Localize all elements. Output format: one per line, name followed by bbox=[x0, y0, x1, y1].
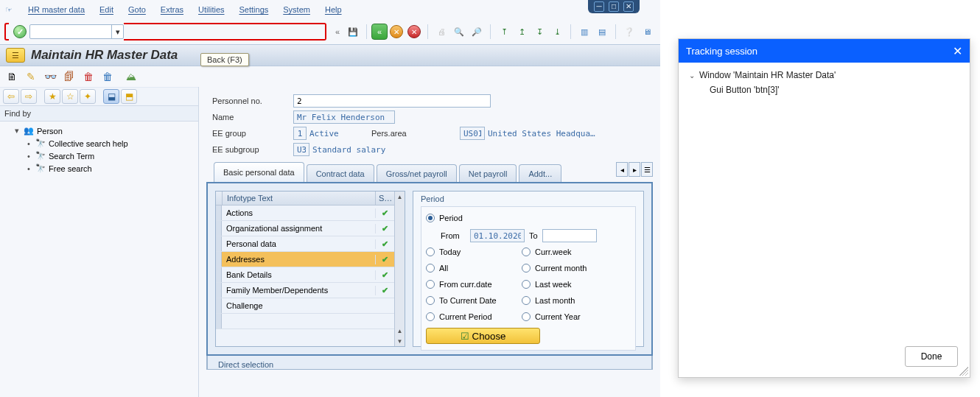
tracking-close-icon[interactable]: ✕ bbox=[953, 44, 962, 58]
tab-scroll-left[interactable]: ◂ bbox=[616, 162, 628, 177]
close-button[interactable]: ✕ bbox=[623, 1, 634, 12]
radio-currweek-row[interactable]: Curr.week bbox=[522, 244, 631, 260]
new-session-button[interactable]: ▥ bbox=[576, 24, 592, 40]
tree-fav2-icon[interactable]: ☆ bbox=[62, 89, 78, 104]
tree-collective-search[interactable]: •🔭Collective search help bbox=[25, 137, 197, 150]
radio-lastweek-row[interactable]: Last week bbox=[522, 276, 631, 292]
scroll-up-icon[interactable]: ▲ bbox=[396, 192, 405, 202]
radio-lastmonth-row[interactable]: Last month bbox=[522, 292, 631, 309]
scroll-down-icon[interactable]: ▼ bbox=[396, 336, 405, 346]
tab-contract-data[interactable]: Contract data bbox=[307, 164, 374, 182]
tab-list[interactable]: ☰ bbox=[641, 162, 653, 177]
tab-basic-personal[interactable]: Basic personal data bbox=[214, 162, 304, 182]
back-button[interactable]: « bbox=[371, 24, 388, 40]
radio-all-row[interactable]: All bbox=[426, 260, 522, 276]
shortcut-button[interactable]: ▤ bbox=[594, 24, 610, 40]
scroll-up2-icon[interactable]: ▲ bbox=[396, 326, 405, 336]
infotype-row[interactable]: Addresses✔ bbox=[216, 252, 394, 267]
copy-icon[interactable]: 🗐 bbox=[62, 69, 77, 84]
infotype-scrollbar[interactable]: ▲ ▲ ▼ bbox=[394, 192, 405, 346]
overview-icon[interactable]: ⛰ bbox=[124, 69, 139, 84]
ee-subgroup-label: EE subgroup bbox=[212, 145, 293, 154]
app-icon[interactable]: ☞ bbox=[1, 2, 16, 17]
infotype-row[interactable]: Actions✔ bbox=[216, 205, 394, 221]
toolbar-chevron-left[interactable]: « bbox=[331, 27, 344, 36]
maximize-button[interactable]: □ bbox=[609, 1, 619, 12]
tree-fav-icon[interactable]: ★ bbox=[44, 89, 60, 104]
radio-currperiod-row[interactable]: Current Period bbox=[426, 309, 522, 325]
infotype-row[interactable]: Family Member/Dependents✔ bbox=[216, 283, 394, 298]
infotype-row[interactable]: Challenge bbox=[216, 298, 394, 314]
tree-fav3-icon[interactable]: ✦ bbox=[80, 89, 96, 104]
command-field-dropdown[interactable]: ▾ bbox=[111, 24, 123, 39]
infotype-row[interactable]: Organizational assignment✔ bbox=[216, 221, 394, 236]
tree-collapse-icon[interactable]: ⬒ bbox=[121, 89, 137, 104]
resize-handle[interactable] bbox=[959, 367, 968, 376]
menu-hr-master-data[interactable]: HR master data bbox=[21, 4, 92, 15]
tree-person[interactable]: ▾👥 Person bbox=[13, 124, 197, 137]
menu-utilities[interactable]: Utilities bbox=[191, 4, 231, 15]
pers-area-code bbox=[460, 127, 485, 140]
done-button[interactable]: Done bbox=[905, 346, 958, 367]
minimize-button[interactable]: ─ bbox=[594, 1, 604, 12]
radio-period[interactable] bbox=[426, 214, 435, 222]
layout-button[interactable]: 🖥 bbox=[639, 24, 655, 40]
infotype-head-text[interactable]: Infotype Text bbox=[222, 192, 375, 205]
from-input[interactable] bbox=[470, 229, 525, 242]
to-input[interactable] bbox=[542, 229, 597, 242]
radio-fromcurr-row[interactable]: From curr.date bbox=[426, 276, 522, 292]
menu-help[interactable]: Help bbox=[318, 4, 349, 15]
tree-next-icon[interactable]: ⇨ bbox=[21, 89, 37, 104]
next-page-button[interactable]: ↧ bbox=[531, 24, 547, 40]
last-page-button[interactable]: ⤓ bbox=[549, 24, 565, 40]
menu-system[interactable]: System bbox=[276, 4, 318, 15]
delete-icon[interactable]: 🗑 bbox=[100, 69, 115, 84]
chevron-down-icon[interactable]: ⌄ bbox=[689, 71, 695, 80]
menu-settings[interactable]: Settings bbox=[232, 4, 276, 15]
period-radio-period[interactable]: Period bbox=[426, 210, 631, 226]
choose-button[interactable]: ☑ Choose bbox=[426, 328, 540, 344]
infotype-header: Infotype Text S… bbox=[216, 192, 394, 205]
command-field[interactable]: ▾ bbox=[29, 24, 124, 39]
radio-currmonth-row[interactable]: Current month bbox=[522, 260, 631, 276]
radio-tocurr-row[interactable]: To Current Date bbox=[426, 292, 522, 309]
find-button[interactable]: 🔍 bbox=[451, 24, 467, 40]
display-icon[interactable]: 👓 bbox=[43, 69, 57, 84]
tab-gross-net[interactable]: Gross/net payroll bbox=[377, 164, 457, 182]
menu-extras[interactable]: Extras bbox=[153, 4, 191, 15]
infotype-row[interactable]: Bank Details✔ bbox=[216, 267, 394, 283]
tree-expand-icon[interactable]: ⬓ bbox=[103, 89, 119, 104]
save-button[interactable]: 💾 bbox=[345, 24, 361, 40]
change-icon[interactable]: ✎ bbox=[24, 69, 38, 84]
radio-today-row[interactable]: Today bbox=[426, 244, 522, 260]
tree-prev-icon[interactable]: ⇦ bbox=[3, 89, 19, 104]
find-by-tree[interactable]: ▾👥 Person •🔭Collective search help •🔭Sea… bbox=[0, 122, 198, 397]
find-next-button[interactable]: 🔎 bbox=[469, 24, 485, 40]
screen-title-icon[interactable]: ☰ bbox=[6, 48, 25, 63]
infotype-table[interactable]: Actions✔Organizational assignment✔Person… bbox=[216, 205, 394, 346]
print-button[interactable]: 🖨 bbox=[433, 24, 449, 40]
tracking-row-window[interactable]: ⌄ Window 'Maintain HR Master Data' bbox=[689, 70, 959, 80]
cancel-button[interactable]: ✕ bbox=[406, 24, 422, 40]
enter-button[interactable]: ✓ bbox=[13, 25, 27, 38]
personnel-no-input[interactable] bbox=[293, 94, 491, 108]
infotype-row[interactable] bbox=[216, 314, 394, 329]
create-icon[interactable]: 🗎 bbox=[4, 69, 19, 84]
tree-free-search[interactable]: •🔭Free search bbox=[25, 162, 197, 175]
tree-search-term[interactable]: •🔭Search Term bbox=[25, 150, 197, 162]
radio-curryear-row[interactable]: Current Year bbox=[522, 309, 631, 325]
first-page-button[interactable]: ⤒ bbox=[496, 24, 512, 40]
menu-goto[interactable]: Goto bbox=[121, 4, 153, 15]
exit-button[interactable]: ✕ bbox=[388, 24, 405, 40]
help-button[interactable]: ❔ bbox=[621, 24, 637, 40]
tab-additional[interactable]: Addt... bbox=[519, 164, 561, 182]
menu-edit[interactable]: Edit bbox=[92, 4, 121, 15]
period-from-to: From To bbox=[426, 228, 631, 244]
tracking-row-button[interactable]: Gui Button 'btn[3]' bbox=[689, 80, 959, 95]
infotype-head-status[interactable]: S… bbox=[375, 192, 394, 205]
tab-scroll-right[interactable]: ▸ bbox=[629, 162, 640, 177]
tab-net-payroll[interactable]: Net payroll bbox=[459, 164, 517, 182]
delimit-icon[interactable]: 🗑︎ bbox=[81, 69, 96, 84]
infotype-row[interactable]: Personal data✔ bbox=[216, 236, 394, 252]
prev-page-button[interactable]: ↥ bbox=[514, 24, 530, 40]
